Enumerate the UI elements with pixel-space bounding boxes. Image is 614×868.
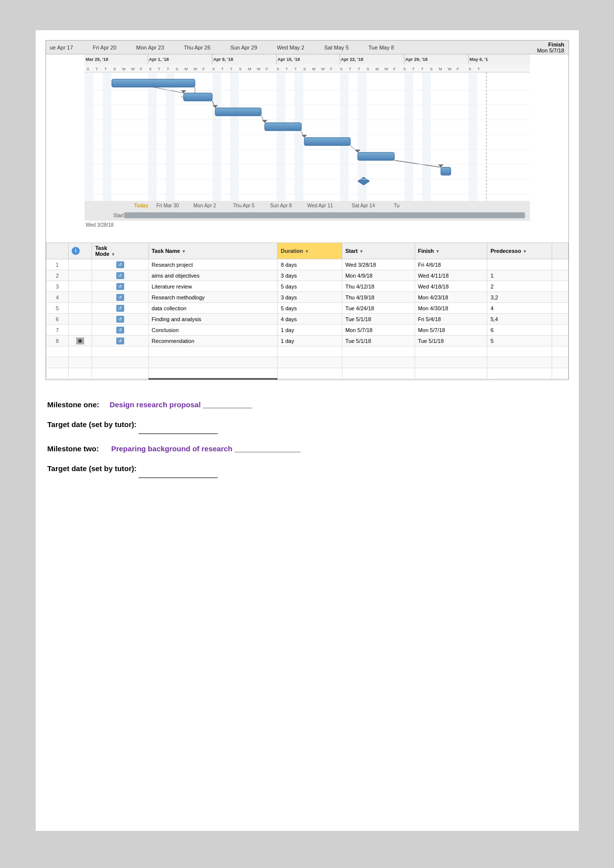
row-extra-7 xyxy=(552,325,568,336)
svg-text:S: S xyxy=(403,67,406,71)
svg-text:F: F xyxy=(457,67,459,71)
svg-text:M: M xyxy=(312,67,316,71)
page-container: ue Apr 17 Fri Apr 20 Mon Apr 23 Thu Apr … xyxy=(35,30,579,831)
milestone-two-suffix: ________________ xyxy=(235,444,300,453)
svg-text:S: S xyxy=(430,67,432,71)
milestone-one-suffix: ____________ xyxy=(203,400,252,409)
svg-text:Mon Apr 2: Mon Apr 2 xyxy=(193,203,216,208)
row-mode-2: ↺ xyxy=(92,270,148,281)
svg-rect-80 xyxy=(265,123,301,131)
svg-rect-117 xyxy=(124,212,525,218)
svg-text:Apr 22, '18: Apr 22, '18 xyxy=(341,57,363,62)
svg-text:W: W xyxy=(193,67,197,71)
col-duration[interactable]: Duration ▼ xyxy=(278,243,342,259)
row-finish-1: Fri 4/6/18 xyxy=(415,259,487,270)
finish-label: Finish Mon 5/7/18 xyxy=(537,42,564,53)
task-mode-icon-3: ↺ xyxy=(116,283,124,290)
svg-text:W: W xyxy=(131,67,135,71)
row-num-5: 5 xyxy=(46,303,69,314)
svg-text:F: F xyxy=(393,67,396,71)
task-mode-icon-8: ↺ xyxy=(116,338,124,344)
col-start[interactable]: Start ▼ xyxy=(342,243,415,259)
col-extra xyxy=(552,243,568,259)
task-mode-icon-7: ↺ xyxy=(116,327,124,334)
table-row: 3 ↺ Literature review 5 days Thu 4/12/18… xyxy=(46,281,568,292)
svg-text:W: W xyxy=(384,67,388,71)
svg-text:S: S xyxy=(239,67,241,71)
empty-cell xyxy=(552,346,568,357)
svg-text:Fri Mar 30: Fri Mar 30 xyxy=(156,203,179,208)
table-row-empty xyxy=(46,357,568,368)
milestone-two-label: Milestone two: xyxy=(47,444,99,453)
svg-text:Wed 3/28/18: Wed 3/28/18 xyxy=(86,222,114,228)
col-num xyxy=(46,243,69,259)
svg-text:T: T xyxy=(294,67,297,71)
row-start-6: Tue 5/1/18 xyxy=(342,314,415,325)
row-extra-2 xyxy=(552,270,568,281)
row-duration-2: 3 days xyxy=(278,270,342,281)
empty-cell xyxy=(278,346,342,357)
svg-text:Sat Apr 14: Sat Apr 14 xyxy=(352,203,375,208)
svg-text:W: W xyxy=(321,67,325,71)
task-table: i TaskMode ▼ Task Name ▼ Duration ▼ Star… xyxy=(46,242,568,380)
svg-rect-64 xyxy=(212,72,221,201)
row-duration-4: 3 days xyxy=(278,292,342,303)
col-pred[interactable]: Predecesso ▼ xyxy=(487,243,552,259)
empty-cell xyxy=(552,357,568,368)
svg-text:Mar 25, '18: Mar 25, '18 xyxy=(86,57,108,62)
empty-cell xyxy=(487,368,552,379)
table-row: 2 ↺ aims and objectives 3 days Mon 4/9/1… xyxy=(46,270,568,281)
svg-text:Thu Apr 5: Thu Apr 5 xyxy=(233,203,255,208)
empty-cell xyxy=(92,346,148,357)
svg-text:Tu: Tu xyxy=(394,203,399,208)
empty-cell xyxy=(69,368,92,379)
col-finish[interactable]: Finish ▼ xyxy=(415,243,487,259)
row-num-7: 7 xyxy=(46,325,69,336)
col-info: i xyxy=(69,243,92,259)
svg-text:S: S xyxy=(340,67,342,71)
target-two-line: Target date (set by tutor): xyxy=(47,460,567,478)
gantt-chart: ue Apr 17 Fri Apr 20 Mon Apr 23 Thu Apr … xyxy=(46,40,569,380)
svg-text:Apr 15, '18: Apr 15, '18 xyxy=(278,57,300,62)
row-pred-1 xyxy=(487,259,552,270)
milestones-section: Milestone one: Design research proposal … xyxy=(46,392,569,488)
top-date-5: Sun Apr 29 xyxy=(230,45,257,50)
svg-text:T: T xyxy=(167,67,169,71)
svg-text:May 6, '1: May 6, '1 xyxy=(470,57,488,62)
row-pred-4: 3,2 xyxy=(487,292,552,303)
top-date-4: Thu Apr 26 xyxy=(184,45,211,50)
table-row: 8 ▦ ↺ Recommendation 1 day Tue 5/1/18 Tu… xyxy=(46,336,568,346)
row-name-2: aims and objectives xyxy=(148,270,278,281)
row-extra-1 xyxy=(552,259,568,270)
svg-marker-94 xyxy=(262,120,268,123)
empty-cell xyxy=(342,368,415,379)
svg-rect-75 xyxy=(184,93,212,101)
svg-text:M: M xyxy=(376,67,379,71)
row-num-2: 2 xyxy=(46,270,69,281)
svg-rect-68 xyxy=(340,72,349,201)
row-num-6: 6 xyxy=(46,314,69,325)
milestone-two-name: Preparing background of research xyxy=(111,444,233,453)
empty-cell xyxy=(69,346,92,357)
empty-row-num xyxy=(46,346,69,357)
svg-text:T: T xyxy=(285,67,288,71)
milestone-one-prefix xyxy=(101,400,108,409)
empty-cell xyxy=(278,357,342,368)
info-icon: i xyxy=(72,247,80,255)
row-num-8: 8 xyxy=(46,336,69,346)
target-two-blank xyxy=(139,460,218,478)
svg-text:T: T xyxy=(412,67,415,71)
svg-rect-78 xyxy=(215,108,261,116)
row-start-2: Mon 4/9/18 xyxy=(342,270,415,281)
col-mode[interactable]: TaskMode ▼ xyxy=(92,243,148,259)
row-name-7: Conclusion xyxy=(148,325,278,336)
svg-text:Apr 8, '18: Apr 8, '18 xyxy=(213,57,233,62)
col-name[interactable]: Task Name ▼ xyxy=(148,243,278,259)
finish-date: Mon 5/7/18 xyxy=(537,48,564,53)
row-mode-5: ↺ xyxy=(92,303,148,314)
table-row-empty xyxy=(46,368,568,379)
row-extra-4 xyxy=(552,292,568,303)
empty-cell xyxy=(46,357,69,368)
svg-line-91 xyxy=(394,160,441,167)
row-finish-3: Wed 4/18/18 xyxy=(415,281,487,292)
